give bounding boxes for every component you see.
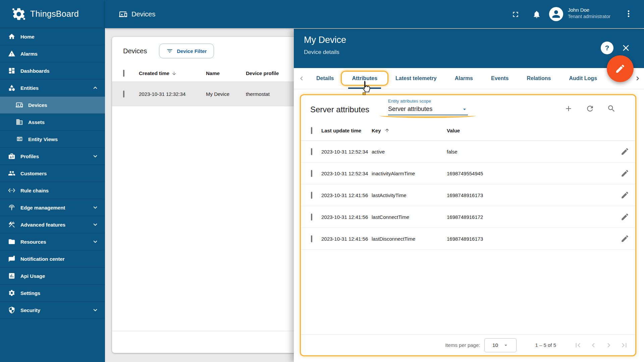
notifications-button[interactable]	[532, 10, 541, 19]
close-panel-button[interactable]	[621, 43, 631, 53]
chevron-down-icon	[92, 204, 99, 211]
refresh-icon	[586, 104, 594, 113]
sidebar-item-notification-center[interactable]: Notification center	[0, 250, 105, 267]
panel-header: My Device Device details	[294, 29, 644, 68]
sidebar-item-settings[interactable]: Settings	[0, 285, 105, 302]
attribute-row-last-activity-time[interactable]: 2023-10-31 12:41:56 lastActivityTime 169…	[301, 184, 635, 206]
kebab-icon	[624, 9, 633, 18]
sort-desc-icon	[171, 71, 177, 76]
attribute-row-last-connect-time[interactable]: 2023-10-31 12:41:56 lastConnectTime 1698…	[301, 206, 635, 228]
sidebar-item-alarms[interactable]: Alarms	[0, 45, 105, 62]
edit-attribute-button[interactable]	[621, 234, 629, 243]
device-filter-button[interactable]: Device Filter	[159, 44, 214, 58]
select-all-checkbox[interactable]	[123, 70, 124, 77]
previous-page-button[interactable]	[589, 341, 598, 350]
attributes-table-header: Last update time Key Value	[301, 121, 635, 141]
scope-select-label: Entity attributes scope	[388, 99, 468, 104]
column-last-update-time[interactable]: Last update time	[321, 128, 372, 133]
page-range-label: 1 – 5 of 5	[535, 342, 556, 348]
filter-icon	[166, 48, 173, 54]
attributes-card: Server attributes Entity attributes scop…	[300, 94, 636, 356]
dropdown-arrow-icon	[461, 106, 468, 113]
user-avatar[interactable]	[549, 7, 563, 21]
pencil-icon	[621, 147, 629, 156]
advanced-features-icon	[8, 221, 15, 228]
profiles-icon	[8, 153, 15, 160]
sidebar-item-rule-chains[interactable]: Rule chains	[0, 182, 105, 199]
search-button[interactable]	[607, 104, 616, 113]
row-checkbox[interactable]	[311, 170, 312, 177]
row-checkbox[interactable]	[311, 214, 312, 221]
tab-relations[interactable]: Relations	[518, 68, 560, 89]
column-created-time[interactable]: Created time	[139, 70, 206, 76]
sidebar-item-dashboards[interactable]: Dashboards	[0, 62, 105, 79]
user-info: John Doe Tenant administrator	[568, 7, 610, 20]
sidebar-item-assets[interactable]: Assets	[0, 114, 105, 131]
column-name[interactable]: Name	[206, 70, 246, 76]
sidebar-item-profiles[interactable]: Profiles	[0, 148, 105, 165]
chevron-down-icon	[92, 153, 99, 160]
close-icon	[621, 43, 631, 53]
row-checkbox[interactable]	[311, 192, 312, 199]
edit-attribute-button[interactable]	[621, 191, 629, 199]
sidebar-item-home[interactable]: Home	[0, 28, 105, 45]
next-page-button[interactable]	[604, 341, 613, 350]
tab-alarms[interactable]: Alarms	[446, 68, 482, 89]
row-checkbox[interactable]	[123, 90, 124, 98]
column-value[interactable]: Value	[447, 128, 614, 133]
user-role: Tenant administrator	[568, 13, 610, 20]
help-button[interactable]: ?	[601, 42, 613, 54]
first-page-button[interactable]	[574, 341, 582, 350]
shield-icon	[8, 306, 15, 314]
sidebar-item-customers[interactable]: Customers	[0, 165, 105, 182]
customers-icon	[8, 170, 15, 177]
sidebar-item-api-usage[interactable]: Api Usage	[0, 267, 105, 285]
tab-attributes[interactable]: Attributes	[343, 68, 386, 89]
select-all-attributes-checkbox[interactable]	[311, 127, 312, 134]
add-attribute-button[interactable]	[564, 104, 573, 113]
devices-card-title: Devices	[123, 47, 147, 55]
thingsboard-logo[interactable]: ThingsBoard	[0, 0, 105, 28]
tabs-scroll-left-button[interactable]	[296, 68, 307, 89]
items-per-page-label: Items per page:	[445, 342, 480, 348]
sidebar-item-resources[interactable]: Resources	[0, 233, 105, 250]
tab-details[interactable]: Details	[307, 68, 343, 89]
sidebar-item-security[interactable]: Security	[0, 302, 105, 319]
edge-management-icon	[8, 204, 15, 211]
edit-device-fab[interactable]	[607, 55, 634, 82]
pager-controls	[574, 341, 629, 350]
device-details-panel: My Device Device details ? Details Attri…	[294, 29, 644, 362]
sidebar-item-devices[interactable]: Devices	[0, 97, 105, 114]
pencil-icon	[621, 213, 629, 221]
entity-attributes-scope-select[interactable]: Entity attributes scope Server attribute…	[388, 99, 468, 115]
tabs-scroll-right-button[interactable]	[632, 68, 643, 89]
home-icon	[8, 33, 15, 40]
tab-events[interactable]: Events	[482, 68, 518, 89]
attribute-row-inactivity-alarm-time[interactable]: 2023-10-31 12:52:34 inactivityAlarmTime …	[301, 163, 635, 184]
sidebar-item-entity-views[interactable]: Entity Views	[0, 131, 105, 148]
chevron-left-icon	[589, 341, 598, 350]
more-menu-button[interactable]	[624, 9, 633, 18]
pointer-cursor-icon	[360, 80, 371, 96]
items-per-page-select[interactable]: 10	[484, 338, 517, 352]
edit-attribute-button[interactable]	[621, 169, 629, 178]
row-checkbox[interactable]	[311, 235, 312, 242]
row-checkbox[interactable]	[311, 148, 312, 155]
tab-audit-logs[interactable]: Audit Logs	[560, 68, 606, 89]
thingsboard-logo-icon	[11, 7, 26, 21]
attribute-row-last-disconnect-time[interactable]: 2023-10-31 12:41:56 lastDisconnectTime 1…	[301, 228, 635, 250]
fullscreen-button[interactable]	[511, 10, 520, 19]
last-page-button[interactable]	[620, 341, 629, 350]
edit-attribute-button[interactable]	[621, 213, 629, 221]
column-key[interactable]: Key	[372, 128, 447, 133]
folder-icon	[8, 238, 15, 245]
sidebar-item-entities[interactable]: Entities	[0, 79, 105, 97]
sidebar-item-advanced-features[interactable]: Advanced features	[0, 216, 105, 233]
sort-asc-icon	[384, 128, 390, 133]
refresh-button[interactable]	[586, 104, 594, 113]
edit-attribute-button[interactable]	[621, 147, 629, 156]
tab-latest-telemetry[interactable]: Latest telemetry	[386, 68, 446, 89]
attribute-row-active[interactable]: 2023-10-31 12:52:34 active false	[301, 141, 635, 163]
sidebar-item-edge-management[interactable]: Edge management	[0, 199, 105, 216]
fullscreen-icon	[511, 10, 520, 19]
